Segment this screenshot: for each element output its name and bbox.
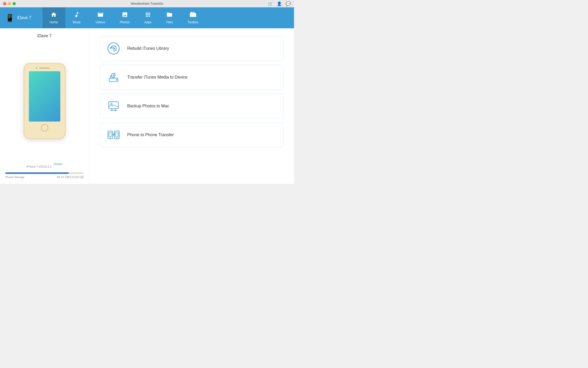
- device-section: 📱 iDave 7: [0, 14, 42, 22]
- title-bar-actions: 🛒 👤 💬: [268, 1, 291, 6]
- phone-info-row: iPhone 7 iOS10.3.1 Details: [5, 162, 84, 168]
- tab-videos-label: Videos: [95, 20, 105, 24]
- phone-home-button: [41, 124, 48, 131]
- storage-used: 94.22 GB/115.83 GB: [57, 175, 84, 179]
- cart-icon[interactable]: 🛒: [268, 1, 273, 6]
- transfer-itunes-title: Transfer iTunes Media to Device: [127, 75, 188, 80]
- nav-device-name: iDave 7: [17, 15, 31, 20]
- traffic-lights: [3, 2, 16, 5]
- nav-bar: 📱 iDave 7 Home Music: [0, 7, 294, 28]
- svg-point-5: [113, 75, 115, 76]
- device-label: iDave 7: [37, 34, 51, 38]
- phone-illustration: [24, 42, 66, 160]
- photos-icon: [122, 12, 128, 19]
- storage-section: Phone Storage 94.22 GB/115.83 GB: [5, 170, 84, 179]
- tab-music[interactable]: Music: [65, 7, 88, 28]
- phone-info-text: iPhone 7 iOS10.3.1: [26, 165, 51, 168]
- details-link[interactable]: Details: [54, 162, 62, 168]
- right-panel: Rebuild iTunes Library Transfer iTun: [89, 28, 294, 184]
- backup-photos-icon-wrap: [106, 99, 121, 113]
- device-phone-icon: 📱: [5, 14, 14, 22]
- tab-toolbox[interactable]: Toolbox: [180, 7, 206, 28]
- phone-frame: [24, 63, 66, 139]
- storage-label: Phone Storage: [5, 175, 24, 179]
- user-icon[interactable]: 👤: [277, 1, 282, 6]
- home-icon: [51, 12, 57, 19]
- svg-point-15: [116, 137, 117, 138]
- left-bottom: iPhone 7 iOS10.3.1 Details Phone Storage…: [5, 160, 84, 179]
- phone-speaker: [39, 68, 50, 69]
- main-content: iDave 7 iPhone 7 iOS10.3.1 Details Phone…: [0, 28, 294, 184]
- transfer-itunes-icon-wrap: [106, 70, 121, 85]
- storage-labels: Phone Storage 94.22 GB/115.83 GB: [5, 175, 84, 179]
- tab-music-label: Music: [73, 20, 81, 24]
- tab-files-label: Files: [166, 20, 173, 24]
- svg-rect-9: [109, 132, 112, 137]
- rebuild-itunes-title: Rebuild iTunes Library: [127, 46, 169, 51]
- action-card-backup-photos[interactable]: Backup Photos to Mac: [100, 94, 284, 118]
- title-bar: Wondershare TunesGo 🛒 👤 💬: [0, 0, 294, 7]
- minimize-button[interactable]: [8, 2, 11, 5]
- storage-bar-container: [5, 172, 84, 174]
- action-card-rebuild-itunes[interactable]: Rebuild iTunes Library: [100, 36, 284, 61]
- files-icon: [166, 12, 173, 19]
- tab-files[interactable]: Files: [159, 7, 180, 28]
- action-card-phone-transfer[interactable]: Phone to Phone Transfer: [100, 123, 284, 147]
- phone-screen: [29, 71, 60, 122]
- tab-videos[interactable]: Videos: [88, 7, 112, 28]
- svg-point-4: [110, 75, 112, 77]
- tab-apps-label: Apps: [144, 20, 151, 24]
- phone-transfer-title: Phone to Phone Transfer: [127, 133, 174, 137]
- svg-point-11: [110, 137, 111, 138]
- close-button[interactable]: [3, 2, 6, 5]
- left-panel: iDave 7 iPhone 7 iOS10.3.1 Details Phone…: [0, 28, 89, 184]
- message-icon[interactable]: 💬: [286, 1, 291, 6]
- phone-transfer-icon-wrap: [106, 128, 121, 142]
- tab-photos-label: Photos: [120, 20, 130, 24]
- toolbox-icon: [190, 12, 196, 19]
- svg-rect-13: [115, 132, 119, 137]
- tab-home-label: Home: [50, 20, 58, 24]
- tab-home[interactable]: Home: [42, 7, 65, 28]
- music-icon: [74, 12, 80, 19]
- videos-icon: [97, 12, 104, 19]
- action-card-transfer-itunes[interactable]: Transfer iTunes Media to Device: [100, 65, 284, 90]
- tab-photos[interactable]: Photos: [113, 7, 137, 28]
- apps-icon: [145, 12, 151, 19]
- rebuild-itunes-icon-wrap: [106, 41, 121, 56]
- tab-toolbox-label: Toolbox: [188, 20, 198, 24]
- window-title: Wondershare TunesGo: [131, 2, 163, 6]
- tab-apps[interactable]: Apps: [137, 7, 159, 28]
- backup-photos-title: Backup Photos to Mac: [127, 104, 169, 108]
- storage-bar-fill: [5, 172, 69, 174]
- svg-point-3: [116, 79, 117, 81]
- maximize-button[interactable]: [13, 2, 16, 5]
- nav-tabs: Home Music Videos Ph: [42, 7, 206, 28]
